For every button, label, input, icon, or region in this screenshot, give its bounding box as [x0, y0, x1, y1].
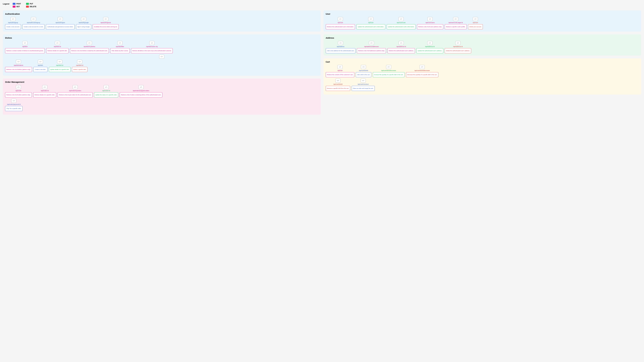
endpoint-desc: Retrieve the contents of the customer's …: [326, 72, 354, 77]
endpoint-desc: Authenticate and generate an access toke…: [46, 24, 74, 29]
endpoint-icon: </>: [58, 17, 63, 21]
connector-icon: </>: [159, 55, 164, 59]
endpoint-url: /api/dish/admin: [14, 65, 23, 66]
endpoint-order-put: </> /api/order/:id Update the status of …: [94, 85, 118, 97]
endpoint-url: /api/address/:id: [396, 46, 406, 47]
endpoint-desc: "Pay" for a specific order.: [5, 106, 22, 111]
endpoint-icon: </>: [73, 85, 78, 89]
endpoint-icon: </>: [77, 60, 82, 64]
left-column: Authentication </> /api/auth/signup Crea…: [3, 11, 321, 115]
endpoint-icon: </>: [118, 41, 122, 45]
endpoint-url: /api/dish/mydishes: [84, 46, 95, 47]
endpoint-order-myorders: </> /api/order/myorders Retrieve a list …: [58, 85, 92, 97]
endpoint-address-addresses: </> /api/address/addresses Retrieve a li…: [357, 41, 386, 53]
endpoint-user-delete: </> /api/user Delete your account.: [468, 17, 483, 29]
endpoint-desc: Retrieve details of a specific order.: [33, 92, 56, 97]
endpoint-url: /api/cart/dishId: [359, 70, 368, 71]
endpoint-desc: Retrieve a list of past orders for the a…: [58, 92, 92, 97]
dishes-row-1: </> /api/dish Retrieve a certain number …: [5, 41, 318, 53]
endpoint-icon: </>: [455, 41, 460, 45]
orders-row-2: </> /api/order/payment/:id "Pay" for a s…: [5, 99, 318, 111]
legend-post: POST: [13, 3, 21, 5]
endpoint-auth-signout: </> /api/auth/signout Invalidate the acc…: [92, 17, 119, 29]
endpoint-icon: </>: [338, 17, 343, 21]
endpoint-desc: Retrieve the authenticated user's addres…: [388, 48, 415, 53]
endpoint-desc: Retrieve a certain number of dishes to u…: [5, 48, 45, 53]
endpoint-dish-same-city: </> /api/dish/same-city Retrieve all dis…: [131, 41, 173, 53]
legend-post-label: POST: [16, 3, 21, 5]
endpoint-url: /api/dish: [38, 65, 43, 66]
endpoint-desc: Retrieve a specific cook's profile.: [445, 24, 467, 29]
legend-group-left: POST GET: [13, 3, 21, 8]
endpoint-icon: </>: [428, 17, 432, 21]
endpoint-icon: </>: [87, 41, 92, 45]
dishes-row-2: </> /api/dish/admin Retrieve a list of a…: [5, 60, 318, 72]
endpoint-icon: </>: [336, 79, 340, 83]
endpoint-cart-get: </> /api/cart Retrieve the contents of t…: [326, 65, 354, 77]
endpoint-icon: </>: [473, 17, 478, 21]
endpoint-desc: Retrieve a list of all dishes created by…: [70, 48, 109, 53]
endpoint-dish-admin: </> /api/dish/admin Retrieve a list of a…: [5, 60, 32, 72]
endpoint-icon: </>: [149, 41, 154, 45]
endpoint-icon: </>: [57, 60, 62, 64]
endpoint-auth-cook-signup: </> /api/auth/cook/signup Create a new a…: [22, 17, 44, 29]
endpoint-dish-post: </> /api/dish Create a new dish.: [33, 60, 48, 72]
endpoint-url: /api/cart: [338, 70, 342, 71]
endpoint-icon: </>: [22, 41, 28, 45]
dishes-section: Dishes </> /api/dish Retrieve a certain …: [3, 34, 321, 76]
endpoint-icon: </>: [16, 60, 21, 64]
endpoint-url: /api/dish/filter: [116, 46, 124, 47]
endpoint-icon: </>: [398, 17, 404, 21]
endpoint-cart-decrease: </> /api/cart/dishId/decrease Decrease t…: [406, 65, 438, 77]
user-endpoints: </> /api/user Retrieve the authenticated…: [326, 17, 639, 29]
endpoint-icon: </>: [338, 41, 343, 45]
endpoint-auth-signup: </> /api/auth/signup Create a new accoun…: [5, 17, 21, 29]
endpoint-dish-get: </> /api/dish Retrieve a certain number …: [5, 41, 45, 53]
endpoint-url: /api/dish/same-city: [146, 46, 158, 47]
endpoint-address-delete: </> /api/address/:id Delete the authenti…: [445, 41, 471, 53]
endpoint-desc: Update the authenticated user's address.: [416, 48, 443, 53]
endpoint-dish-mydishes: </> /api/dish/mydishes Retrieve a list o…: [70, 41, 109, 53]
endpoint-icon: </>: [81, 17, 86, 21]
endpoint-order-get: </> /api/order Retrieve a list of all or…: [5, 85, 32, 97]
endpoint-desc: Update the status of a specific order.: [94, 92, 118, 97]
legend-delete-label: DELETE: [30, 6, 36, 8]
authentication-section: Authentication </> /api/auth/signup Crea…: [3, 11, 321, 32]
endpoint-url: /api/address/:id: [453, 46, 463, 47]
endpoint-user-users: </> /api/user/users Retrieve a list of a…: [417, 17, 443, 29]
endpoint-url: /api/order/assigned-orders: [133, 90, 149, 91]
endpoint-user-cook-put: </> /api/user/cook Update the authentica…: [387, 17, 416, 29]
endpoint-desc: Place an order and empty the cart.: [352, 86, 375, 91]
endpoint-order-id-get: </> /api/order/:id Retrieve details of a…: [33, 85, 56, 97]
endpoint-icon: </>: [338, 65, 342, 69]
endpoint-desc: Retrieve the authenticated user's inform…: [326, 24, 355, 29]
endpoint-url: /api/cart/checkout: [358, 83, 368, 85]
endpoint-url: /api/user/cook: [397, 22, 406, 23]
endpoint-url: /api/cart/dishId/increase: [381, 70, 396, 71]
endpoint-desc: Retrieve a list of all users (admins onl…: [417, 24, 443, 29]
endpoint-icon: </>: [16, 85, 21, 89]
endpoint-desc: Retrieve a list of all dishes (admins on…: [5, 67, 32, 72]
endpoint-desc: Create a new account.: [5, 24, 21, 29]
post-color: [13, 3, 16, 5]
endpoint-user-cook-page: </> /api/user/cook-page/:id Retrieve a s…: [445, 17, 467, 29]
endpoint-desc: Remove a specific dish from the cart.: [326, 86, 350, 91]
endpoint-url: /api/auth/cook/signup: [27, 22, 40, 23]
endpoint-desc: Add a dish to the cart.: [356, 72, 371, 77]
endpoint-dish-delete: </> /api/dish/:id Delete a specific dish…: [72, 60, 88, 72]
endpoint-icon: </>: [10, 17, 16, 21]
right-column: User </> /api/user Retrieve the authenti…: [324, 11, 641, 115]
endpoint-desc: Update the authenticated cook's informat…: [387, 24, 416, 29]
endpoint-dish-filter: </> /api/dish/filter Filter dishes by th…: [110, 41, 130, 53]
endpoint-order-assigned: </> /api/order/assigned-orders Retrieve …: [120, 85, 162, 97]
endpoint-url: /api/order/myorders: [69, 90, 81, 91]
endpoint-user-put: </> /api/user Update the authenticated u…: [356, 17, 385, 29]
cart-row-2: </> /api/cart/dishId Remove a specific d…: [326, 79, 639, 91]
legend-put: PUT: [26, 3, 36, 5]
endpoint-desc: Retrieve a list of all addresses (admins…: [357, 48, 386, 53]
endpoint-desc: Create a new dish.: [33, 67, 48, 72]
cart-row-1: </> /api/cart Retrieve the contents of t…: [326, 65, 639, 77]
endpoint-icon: </>: [369, 41, 374, 45]
endpoint-icon: </>: [42, 85, 47, 89]
legend-delete: DELETE: [26, 6, 36, 8]
